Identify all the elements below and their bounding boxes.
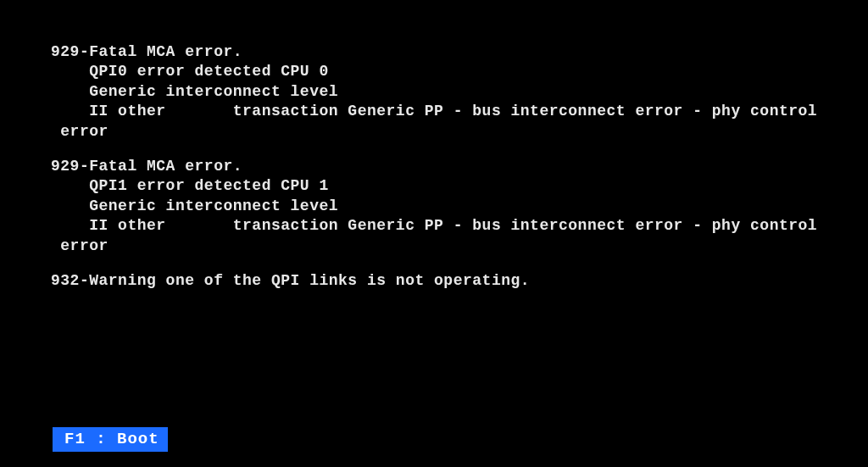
warning-line: 932-Warning one of the QPI links is not … xyxy=(51,271,817,291)
error-header: 929-Fatal MCA error. xyxy=(51,157,817,176)
error-detail-line: QPI1 error detected CPU 1 xyxy=(51,176,817,196)
error-detail-line: II other transaction Generic PP - bus in… xyxy=(51,216,817,236)
bios-error-screen: 929-Fatal MCA error. QPI0 error detected… xyxy=(0,0,868,308)
error-detail-line: QPI0 error detected CPU 0 xyxy=(51,62,817,81)
error-detail-line: error xyxy=(51,236,817,256)
error-detail-line: error xyxy=(51,122,817,142)
error-header: 929-Fatal MCA error. xyxy=(51,42,817,62)
error-detail-line: Generic interconnect level xyxy=(51,197,817,216)
boot-hint-button[interactable]: F1 : Boot xyxy=(53,427,168,452)
error-detail-line: II other transaction Generic PP - bus in… xyxy=(51,102,817,121)
error-block-1: 929-Fatal MCA error. QPI1 error detected… xyxy=(51,157,817,256)
error-detail-line: Generic interconnect level xyxy=(51,82,817,102)
error-block-0: 929-Fatal MCA error. QPI0 error detected… xyxy=(51,42,817,142)
